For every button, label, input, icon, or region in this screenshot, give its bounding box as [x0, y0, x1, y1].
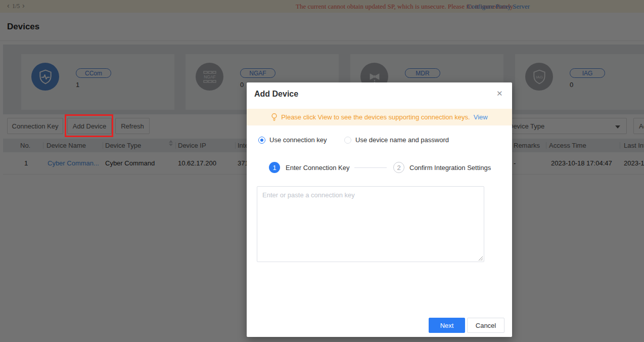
radio-use-device-name-password[interactable]: Use device name and password — [344, 136, 449, 144]
banner-text: Please click View to see the devices sup… — [281, 113, 470, 121]
modal-title: Add Device — [254, 90, 298, 99]
step-1-label: Enter Connection Key — [286, 164, 349, 172]
step-2-indicator: 2 — [393, 162, 404, 173]
next-button[interactable]: Next — [429, 318, 465, 333]
connection-key-textarea[interactable] — [257, 186, 484, 262]
radio-label: Use device name and password — [355, 136, 449, 144]
lightbulb-icon — [271, 113, 278, 121]
radio-unchecked-icon — [344, 137, 351, 144]
add-device-modal: Add Device ✕ Please click View to see th… — [247, 82, 512, 337]
add-device-highlight-box — [65, 114, 113, 137]
step-connector — [354, 167, 387, 168]
wizard-steps: 1 Enter Connection Key 2 Confirm Integra… — [247, 162, 512, 174]
close-icon[interactable]: ✕ — [496, 89, 503, 98]
radio-checked-icon — [258, 137, 265, 144]
step-1-indicator: 1 — [269, 162, 280, 173]
radio-label: Use connection key — [269, 136, 327, 144]
banner-view-link[interactable]: View — [474, 113, 488, 121]
connection-mode-radios: Use connection key Use device name and p… — [247, 135, 512, 145]
radio-use-connection-key[interactable]: Use connection key — [258, 136, 327, 144]
cancel-button[interactable]: Cancel — [467, 318, 504, 333]
modal-tip-banner: Please click View to see the devices sup… — [247, 109, 512, 125]
step-2-label: Confirm Integration Settings — [409, 164, 491, 172]
